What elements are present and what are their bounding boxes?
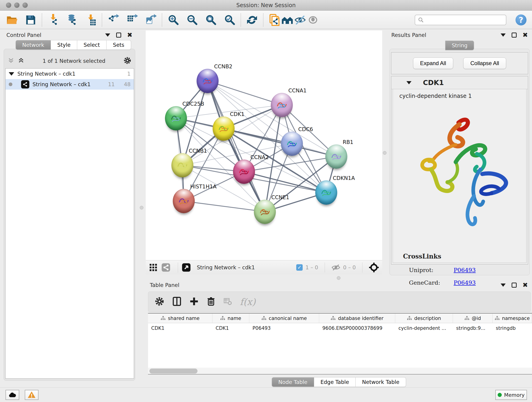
tab-style[interactable]: Style xyxy=(51,40,77,50)
node-label-CDK1: CDK1 xyxy=(230,111,245,117)
network-manager-box: 1 of 1 Network selected String Network –… xyxy=(4,49,135,381)
network-node-CCNB1[interactable] xyxy=(171,153,193,177)
network-view-canvas[interactable]: CCNB2CCNA1CDC25BCDK1CDC6RB1CCNB1CCNA2CDK… xyxy=(146,31,382,260)
network-collection-row[interactable]: String Network – cdk1 1 xyxy=(6,69,134,79)
minimize-window-button[interactable] xyxy=(14,2,19,8)
table-horizontal-scrollbar[interactable] xyxy=(148,368,532,375)
warnings-button[interactable] xyxy=(25,390,38,400)
network-row[interactable]: String Network – cdk1 11 48 xyxy=(6,79,134,89)
first-neighbors-icon[interactable] xyxy=(281,13,294,26)
tab-network[interactable]: Network xyxy=(16,40,51,50)
panel-close-icon[interactable]: ✖ xyxy=(127,32,133,38)
crosslink-row: Uniprot:P06493 xyxy=(409,264,528,276)
column-attribute-icon xyxy=(331,316,336,321)
zoom-selected-icon[interactable] xyxy=(223,13,236,26)
delete-column-trash-icon[interactable] xyxy=(206,297,215,307)
panel-float-icon[interactable] xyxy=(512,283,517,288)
selected-counts: 1 – 0 xyxy=(305,264,318,270)
zoom-out-icon[interactable] xyxy=(186,13,198,26)
column-attribute-icon xyxy=(261,316,266,321)
panel-close-icon[interactable]: ✖ xyxy=(523,283,528,288)
birdseye-view-icon[interactable] xyxy=(182,263,191,272)
open-session-icon[interactable] xyxy=(6,13,18,26)
network-node-RB1[interactable] xyxy=(325,144,347,169)
show-columns-icon[interactable] xyxy=(172,297,182,307)
tab-node-table[interactable]: Node Table xyxy=(272,377,314,387)
export-table-icon[interactable] xyxy=(126,13,138,26)
table-cell: cyclin-dependent ... xyxy=(395,323,453,334)
maximize-window-button[interactable] xyxy=(22,2,28,8)
table-panel: Table Panel ✖ f(x) shared namenamecanoni… xyxy=(146,280,532,387)
panel-close-icon[interactable]: ✖ xyxy=(523,32,528,38)
panel-float-icon[interactable] xyxy=(116,32,121,38)
network-node-CDC25B[interactable] xyxy=(165,106,187,130)
panel-menu-icon[interactable] xyxy=(105,33,110,37)
hide-selected-icon[interactable] xyxy=(294,13,307,26)
window-title: Session: New Session xyxy=(236,2,296,8)
memory-button[interactable]: Memory xyxy=(495,390,527,400)
panel-menu-icon[interactable] xyxy=(500,283,506,287)
search-box[interactable] xyxy=(415,15,506,25)
export-image-icon[interactable] xyxy=(144,13,157,26)
cytoscape-window: { "window": { "title": "Session: New Ses… xyxy=(0,0,532,402)
close-window-button[interactable] xyxy=(6,2,11,8)
table-row[interactable]: CDK1CDK1P064939606.ENSP00000378699cyclin… xyxy=(148,323,532,334)
network-node-CCNA2[interactable] xyxy=(233,160,255,184)
crosslink-link[interactable]: P06493 xyxy=(454,267,476,274)
gene-expander-icon[interactable] xyxy=(406,81,412,84)
collapse-all-button[interactable]: Collapse All xyxy=(463,57,506,69)
column-header-shared-name[interactable]: shared name xyxy=(148,313,212,323)
export-network-icon[interactable] xyxy=(107,13,120,26)
network-node-CDC6[interactable] xyxy=(281,132,303,156)
tab-select[interactable]: Select xyxy=(77,40,107,50)
tab-edge-table[interactable]: Edge Table xyxy=(314,377,356,387)
tab-string[interactable]: String xyxy=(445,41,474,50)
search-input[interactable] xyxy=(426,17,501,23)
column-header-canonical-name[interactable]: canonical name xyxy=(249,313,319,323)
scrollbar-thumb[interactable] xyxy=(149,369,197,374)
bottom-splitter-handle[interactable] xyxy=(337,276,341,280)
network-edges[interactable] xyxy=(146,31,382,260)
column-header-description[interactable]: description xyxy=(395,313,453,323)
zoom-fit-icon[interactable] xyxy=(204,13,217,26)
add-column-icon[interactable] xyxy=(190,297,199,307)
right-splitter-handle[interactable] xyxy=(383,151,386,155)
network-node-HIST1H1A[interactable] xyxy=(173,189,195,213)
selected-nodes-checkbox[interactable]: ✓ xyxy=(296,264,303,271)
network-label: String Network – cdk1 xyxy=(32,81,105,87)
panel-float-icon[interactable] xyxy=(512,32,517,38)
panel-menu-icon[interactable] xyxy=(500,33,506,37)
help-button[interactable]: ? xyxy=(515,14,526,26)
cloud-status-button[interactable] xyxy=(6,390,19,400)
tab-sets[interactable]: Sets xyxy=(107,40,131,50)
column-header-name[interactable]: name xyxy=(212,313,249,323)
control-panel-title: Control Panel xyxy=(6,32,41,38)
expand-all-networks-icon[interactable] xyxy=(18,57,25,65)
import-table-file-icon[interactable] xyxy=(84,13,97,26)
expand-all-button[interactable]: Expand All xyxy=(413,57,453,69)
network-node-CDK1[interactable] xyxy=(213,116,234,141)
import-network-file-icon[interactable] xyxy=(47,13,60,26)
column-header-namespace[interactable]: namespace xyxy=(493,313,532,323)
network-share-view-icon[interactable] xyxy=(161,263,171,272)
column-header--id[interactable]: @id xyxy=(453,313,493,323)
gene-section: CDK1 cyclin-dependent kinase 1 xyxy=(391,76,528,264)
network-options-gear-icon[interactable] xyxy=(123,57,131,65)
column-attribute-icon xyxy=(161,316,166,321)
collapse-all-networks-icon[interactable] xyxy=(7,57,14,65)
tab-network-table[interactable]: Network Table xyxy=(355,377,406,387)
table-options-gear-icon[interactable] xyxy=(155,297,164,307)
import-network-database-icon[interactable] xyxy=(65,13,78,26)
collection-expander-icon[interactable] xyxy=(9,72,14,76)
network-node-CCNA1[interactable] xyxy=(271,93,293,117)
pan-crosshair-icon[interactable] xyxy=(369,262,379,273)
left-splitter-handle[interactable] xyxy=(140,206,143,210)
duplicate-network-icon[interactable] xyxy=(268,13,281,26)
show-all-icon[interactable] xyxy=(307,13,319,26)
column-header-database-identifier[interactable]: database identifier xyxy=(319,313,395,323)
grid-view-icon[interactable] xyxy=(149,263,158,272)
network-node-CCNE1[interactable] xyxy=(254,200,276,224)
zoom-in-icon[interactable] xyxy=(167,13,180,26)
save-session-icon[interactable] xyxy=(24,13,37,26)
refresh-view-icon[interactable] xyxy=(246,13,259,26)
